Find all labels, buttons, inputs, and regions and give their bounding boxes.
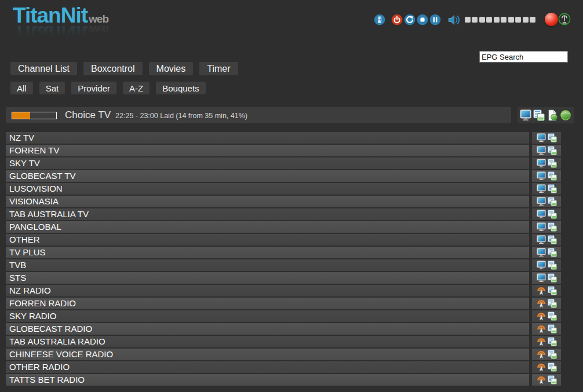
channel-row: TATTS BET RADIO xyxy=(6,374,561,386)
radio-icon[interactable] xyxy=(537,299,546,308)
volume-segment[interactable] xyxy=(530,17,535,23)
epg-icon[interactable] xyxy=(548,337,557,346)
speaker-icon[interactable] xyxy=(447,14,461,26)
epg-icon[interactable] xyxy=(548,197,557,206)
volume-segment[interactable] xyxy=(501,17,507,23)
tv-icon[interactable] xyxy=(537,235,546,244)
epg-icon[interactable] xyxy=(548,248,557,257)
epg-icon[interactable] xyxy=(548,286,557,295)
radio-icon[interactable] xyxy=(537,324,546,334)
filter-provider[interactable]: Provider xyxy=(71,82,116,94)
tv-icon[interactable] xyxy=(537,146,546,155)
epg-icon[interactable] xyxy=(548,350,557,359)
epg-icon[interactable] xyxy=(533,109,545,121)
stream-document-icon[interactable] xyxy=(546,109,558,121)
channel-name[interactable]: VISIONASIA xyxy=(6,196,529,207)
channel-name[interactable]: TV PLUS xyxy=(6,247,529,258)
channel-name[interactable]: GLOBECAST RADIO xyxy=(6,323,529,335)
filter-sat[interactable]: Sat xyxy=(39,82,65,94)
radio-icon[interactable] xyxy=(537,350,546,359)
tab-timer[interactable]: Timer xyxy=(199,62,238,75)
stop-icon[interactable] xyxy=(417,14,428,25)
channel-name[interactable]: OTHER RADIO xyxy=(6,361,529,373)
volume-segment[interactable] xyxy=(472,17,478,23)
channel-name[interactable]: OTHER xyxy=(6,234,529,246)
channel-name[interactable]: NZ RADIO xyxy=(6,285,529,296)
tv-icon[interactable] xyxy=(537,171,546,181)
channel-actions xyxy=(532,170,561,182)
channel-name[interactable]: STS xyxy=(6,272,529,284)
restart-icon[interactable] xyxy=(404,14,416,25)
radio-icon[interactable] xyxy=(537,337,546,346)
webtv-globe-icon[interactable] xyxy=(560,109,571,121)
now-playing-bar[interactable]: Choice TV 22:25 - 23:00 Laid (14 from 35… xyxy=(6,107,511,123)
channel-row: PANGLOBAL xyxy=(6,221,561,233)
remote-control-icon[interactable] xyxy=(374,14,385,25)
tv-icon[interactable] xyxy=(537,210,546,219)
channel-name[interactable]: CHINEESE VOICE RADIO xyxy=(6,349,529,360)
epg-icon[interactable] xyxy=(548,184,557,193)
channel-name[interactable]: LUSOVISION xyxy=(6,183,529,195)
channel-name[interactable]: FORREN RADIO xyxy=(6,298,529,309)
tv-icon[interactable] xyxy=(537,273,546,283)
volume-segment[interactable] xyxy=(523,17,529,23)
tab-movies[interactable]: Movies xyxy=(149,62,194,75)
tv-icon[interactable] xyxy=(537,197,546,206)
power-icon[interactable] xyxy=(391,14,403,25)
volume-segment[interactable] xyxy=(465,17,471,23)
volume-segment[interactable] xyxy=(494,17,500,23)
logo-reflection: TitanNitweb xyxy=(13,23,108,44)
epg-icon[interactable] xyxy=(548,324,557,334)
channel-name[interactable]: NZ TV xyxy=(6,132,529,144)
epg-icon[interactable] xyxy=(548,171,557,181)
filter-bouquets[interactable]: Bouquets xyxy=(156,82,205,94)
channel-name[interactable]: FORREN TV xyxy=(6,145,529,156)
epg-icon[interactable] xyxy=(548,299,557,308)
epg-icon[interactable] xyxy=(548,362,557,372)
channel-name[interactable]: TAB AUSTRALIA TV xyxy=(6,208,529,220)
epg-search-input[interactable] xyxy=(479,51,568,63)
pause-icon[interactable] xyxy=(429,14,441,25)
tv-icon[interactable] xyxy=(537,261,546,270)
volume-segment[interactable] xyxy=(479,17,485,23)
tab-channel-list[interactable]: Channel List xyxy=(10,62,77,75)
filter-all[interactable]: All xyxy=(10,82,33,94)
channel-name[interactable]: SKY RADIO xyxy=(6,310,529,322)
volume-segment[interactable] xyxy=(508,17,514,23)
channel-row: GLOBECAST TV xyxy=(6,170,561,182)
tv-icon[interactable] xyxy=(537,222,546,232)
tab-boxcontrol[interactable]: Boxcontrol xyxy=(83,62,143,75)
epg-icon[interactable] xyxy=(548,375,557,384)
channel-row: FORREN RADIO xyxy=(6,298,561,309)
epg-icon[interactable] xyxy=(548,210,557,219)
radio-icon[interactable] xyxy=(537,362,546,372)
radio-icon[interactable] xyxy=(537,312,546,321)
epg-icon[interactable] xyxy=(548,261,557,270)
epg-icon[interactable] xyxy=(548,133,557,142)
tv-icon[interactable] xyxy=(537,184,546,193)
radio-icon[interactable] xyxy=(537,286,546,295)
channel-name[interactable]: TAB AUSTRALIA RADIO xyxy=(6,336,529,347)
radio-icon[interactable] xyxy=(537,375,546,384)
volume-segment[interactable] xyxy=(515,17,521,23)
tv-icon[interactable] xyxy=(537,133,546,142)
tv-icon[interactable] xyxy=(537,159,546,168)
channel-name[interactable]: GLOBECAST TV xyxy=(6,170,529,182)
channel-actions xyxy=(532,259,561,271)
channel-name[interactable]: TATTS BET RADIO xyxy=(6,374,529,386)
tv-icon[interactable] xyxy=(520,109,531,121)
epg-icon[interactable] xyxy=(548,273,557,283)
filter-a-z[interactable]: A-Z xyxy=(123,82,150,94)
transmit-icon[interactable] xyxy=(558,13,571,25)
epg-icon[interactable] xyxy=(548,235,557,244)
epg-icon[interactable] xyxy=(548,146,557,155)
channel-name[interactable]: PANGLOBAL xyxy=(6,221,529,233)
epg-icon[interactable] xyxy=(548,312,557,321)
channel-actions xyxy=(532,208,561,220)
tv-icon[interactable] xyxy=(537,248,546,257)
channel-name[interactable]: TVB xyxy=(6,259,529,271)
epg-icon[interactable] xyxy=(548,159,557,168)
channel-name[interactable]: SKY TV xyxy=(6,157,529,169)
volume-segment[interactable] xyxy=(486,17,492,23)
epg-icon[interactable] xyxy=(548,222,557,232)
